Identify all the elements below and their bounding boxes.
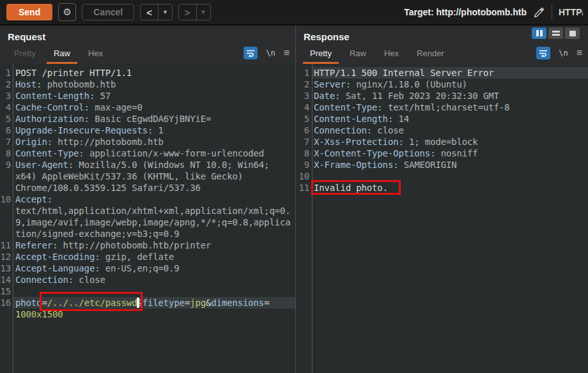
soft-wrap-toggle[interactable] [536, 47, 550, 59]
code-text: Accept-Language: en-US,en;q=0.9 [15, 263, 180, 274]
code-text: X-Xss-Protection: 1; mode=block [314, 136, 478, 148]
cancel-button[interactable]: Cancel [82, 4, 134, 20]
burp-repeater-window: Send ⚙ Cancel < ▼ > ▼ Target: http://pho… [0, 0, 588, 373]
line-number: 5 [0, 113, 11, 125]
response-tab-pretty[interactable]: Pretty [301, 42, 341, 64]
single-layout-icon [569, 31, 576, 36]
code-row: 2Server: nginx/1.18.0 (Ubuntu) [296, 79, 588, 90]
next-request-button[interactable]: > ▼ [178, 4, 211, 20]
line-number: 6 [0, 125, 11, 136]
target-bar: Target: http://photobomb.htb HTTP/1 [404, 4, 583, 20]
line-number: 13 [0, 263, 11, 274]
code-text: Referer: http://photobomb.htb/printer [15, 240, 211, 251]
code-row: 8X-Content-Type-Options: nosniff [296, 148, 588, 159]
show-newlines-toggle[interactable]: \n [559, 49, 568, 57]
annotation-box-photo-param [40, 292, 143, 311]
line-number: 2 [296, 79, 309, 90]
side-by-side-layout-button[interactable] [532, 27, 546, 39]
line-number: 9 [0, 159, 11, 171]
request-editor[interactable]: 1POST /printer HTTP/1.12Host: photobomb.… [0, 64, 295, 373]
code-text: X-Frame-Options: SAMEORIGIN [314, 159, 457, 171]
line-number: 8 [0, 148, 11, 159]
single-layout-button[interactable] [565, 27, 580, 39]
code-text: Content-Length: 57 [15, 90, 111, 102]
code-text: x64) AppleWebKit/537.36 (KHTML, like Gec… [15, 171, 243, 182]
forward-arrow-icon: > [179, 4, 196, 20]
code-text: Accept: [15, 194, 52, 205]
code-text: Date: Sat, 11 Feb 2023 20:32:30 GMT [314, 90, 499, 102]
back-dropdown-icon[interactable]: ▼ [158, 4, 172, 20]
code-row: 8Content-Type: application/x-www-form-ur… [0, 148, 295, 159]
line-number: 9 [296, 159, 309, 171]
code-row: 14Connection: close [0, 274, 295, 285]
request-tab-hex[interactable]: Hex [79, 42, 112, 64]
code-row: 7X-Xss-Protection: 1; mode=block [296, 136, 588, 148]
code-text: Chrome/108.0.5359.125 Safari/537.36 [15, 182, 201, 194]
protocol-selector[interactable]: HTTP/1 [559, 7, 583, 17]
code-row: 13Accept-Language: en-US,en;q=0.9 [0, 263, 295, 274]
send-button[interactable]: Send [6, 4, 52, 20]
code-row: tion/signed-exchange;v=b3;q=0.9 [0, 228, 295, 240]
code-row: 3Content-Length: 57 [0, 90, 295, 102]
wrap-lines-icon [539, 49, 548, 57]
editor-menu-icon[interactable]: ≡ [576, 48, 582, 58]
line-number: 7 [296, 136, 309, 148]
code-text: Origin: http://photobomb.htb [15, 136, 164, 148]
soft-wrap-toggle[interactable] [244, 47, 258, 59]
line-number: 1 [296, 67, 309, 79]
line-number: 6 [296, 125, 309, 136]
line-number: 5 [296, 113, 309, 125]
code-row: 7Origin: http://photobomb.htb [0, 136, 295, 148]
code-row: 6Upgrade-Insecure-Requests: 1 [0, 125, 295, 136]
pencil-icon [533, 6, 545, 19]
show-newlines-toggle[interactable]: \n [266, 49, 275, 57]
code-text: text/html,application/xhtml+xml,applicat… [15, 205, 291, 217]
response-editor[interactable]: 1HTTP/1.1 500 Internal Server Error2Serv… [296, 64, 588, 373]
code-text: 9,image/avif,image/webp,image/apng,*/*;q… [15, 217, 291, 228]
line-number: 1 [0, 67, 11, 79]
editor-menu-icon[interactable]: ≡ [284, 48, 290, 58]
line-number: 3 [296, 90, 309, 102]
previous-request-button[interactable]: < ▼ [140, 4, 173, 20]
code-row: 12Accept-Encoding: gzip, deflate [0, 251, 295, 263]
line-number: 2 [0, 79, 11, 90]
request-code: 1POST /printer HTTP/1.12Host: photobomb.… [0, 67, 295, 320]
response-editor-icons: \n ≡ [536, 42, 588, 64]
request-tab-raw[interactable]: Raw [45, 42, 79, 64]
line-number: 11 [0, 240, 11, 251]
code-row: Chrome/108.0.5359.125 Safari/537.36 [0, 182, 295, 194]
code-text: Server: nginx/1.18.0 (Ubuntu) [314, 79, 467, 90]
code-text: Content-Type: text/html;charset=utf-8 [314, 102, 509, 113]
annotation-box-invalid-photo [311, 180, 401, 195]
request-panel: Request Pretty Raw Hex \n ≡ 1P [0, 26, 295, 373]
code-row: 9X-Frame-Options: SAMEORIGIN [296, 159, 588, 171]
response-title-row: Response [296, 26, 588, 42]
code-row: 11Referer: http://photobomb.htb/printer [0, 240, 295, 251]
rows-layout-icon [552, 31, 560, 36]
response-tab-render[interactable]: Render [408, 42, 453, 64]
code-text: POST /printer HTTP/1.1 [15, 67, 132, 79]
line-number: 16 [0, 297, 11, 308]
code-row: 1HTTP/1.1 500 Internal Server Error [296, 67, 588, 79]
response-tab-hex[interactable]: Hex [375, 42, 408, 64]
edit-target-button[interactable] [533, 6, 545, 19]
stacked-layout-button[interactable] [548, 27, 563, 39]
code-text: HTTP/1.1 500 Internal Server Error [314, 67, 493, 79]
code-text: Connection: close [314, 125, 404, 136]
request-title: Request [8, 32, 45, 42]
response-title: Response [304, 32, 350, 42]
line-number: 10 [296, 171, 309, 182]
code-text: Content-Type: application/x-www-form-url… [15, 148, 264, 159]
settings-gear-button[interactable]: ⚙ [58, 3, 76, 21]
code-row: 9,image/avif,image/webp,image/apng,*/*;q… [0, 217, 295, 228]
code-row: 9User-Agent: Mozilla/5.0 (Windows NT 10.… [0, 159, 295, 171]
line-number: 11 [296, 182, 309, 194]
text-caret [137, 298, 139, 308]
back-arrow-icon[interactable]: < [141, 4, 158, 20]
request-tab-pretty[interactable]: Pretty [5, 42, 45, 64]
code-row: text/html,application/xhtml+xml,applicat… [0, 205, 295, 217]
code-row: 10Accept: [0, 194, 295, 205]
response-tab-raw[interactable]: Raw [341, 42, 375, 64]
code-row: 6Connection: close [296, 125, 588, 136]
code-row: 1POST /printer HTTP/1.1 [0, 67, 295, 79]
